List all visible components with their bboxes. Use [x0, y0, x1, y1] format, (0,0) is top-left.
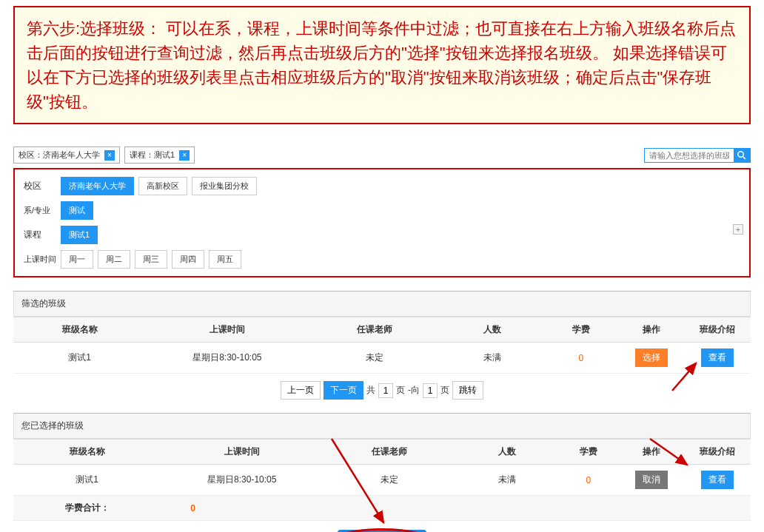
th-teacher: 任课老师	[308, 317, 440, 343]
filter-label: 校区	[24, 180, 61, 192]
table-header-row: 班级名称 上课时间 任课老师 人数 学费 操作 班级介绍	[13, 317, 751, 343]
cell-name: 测试1	[13, 343, 146, 374]
cell-fee: 0	[559, 465, 618, 496]
active-filter-tags: 校区：济南老年人大学 × 课程：测试1 ×	[13, 147, 195, 164]
table-row: 测试1 星期日8:30-10:05 未定 未满 0 选择 查看	[13, 343, 751, 374]
th-op: 操作	[618, 317, 685, 343]
filtered-table: 班级名称 上课时间 任课老师 人数 学费 操作 班级介绍 测试1 星期日8:30…	[13, 317, 751, 374]
close-icon[interactable]: ×	[104, 150, 115, 161]
close-icon[interactable]: ×	[179, 150, 190, 161]
filter-panel: 校区 济南老年人大学 高新校区 报业集团分校 系/专业 测试 课程 测试1 上课…	[13, 168, 751, 277]
total-pages-input[interactable]	[378, 383, 393, 398]
filter-tag-text: 校区：济南老年人大学	[19, 149, 100, 161]
pager-text: 页	[396, 384, 405, 397]
filter-label: 上课时间	[24, 254, 61, 265]
th-time: 上课时间	[146, 317, 308, 343]
search-icon	[737, 151, 746, 160]
th-time: 上课时间	[161, 440, 323, 465]
filter-tag-text: 课程：测试1	[130, 149, 175, 161]
filter-time-row: 上课时间 周一 周二 周三 周四 周五	[24, 250, 740, 269]
search-box	[644, 148, 751, 163]
th-count: 人数	[441, 317, 544, 343]
filter-option-time[interactable]: 周一	[61, 250, 93, 269]
filter-option-time[interactable]: 周三	[135, 250, 167, 269]
filter-label: 系/专业	[24, 205, 61, 216]
filter-course-row: 课程 测试1	[24, 226, 740, 244]
filter-option-time[interactable]: 周五	[209, 250, 241, 269]
pager-text: -向	[408, 384, 420, 397]
cell-fee: 0	[544, 343, 618, 374]
selected-table: 班级名称 上课时间 任课老师 人数 学费 操作 班级介绍 测试1 星期日8:30…	[13, 439, 751, 521]
filter-tags-row: 校区：济南老年人大学 × 课程：测试1 ×	[13, 147, 751, 164]
search-input[interactable]	[645, 149, 734, 162]
filter-campus-row: 校区 济南老年人大学 高新校区 报业集团分校	[24, 177, 740, 195]
filtered-section-title: 筛选的班级	[13, 291, 751, 317]
sum-label: 学费合计：	[13, 496, 161, 521]
selected-section: 您已选择的班级 班级名称 上课时间 任课老师 人数 学费 操作 班级介绍 测试1…	[13, 413, 751, 521]
th-intro: 班级介绍	[684, 317, 751, 343]
th-name: 班级名称	[13, 317, 146, 343]
select-button[interactable]: 选择	[635, 349, 668, 367]
th-fee: 学费	[559, 440, 618, 465]
filter-tag-course: 课程：测试1 ×	[124, 147, 195, 164]
pager-text: 共	[366, 384, 375, 397]
filter-label: 课程	[24, 229, 61, 241]
filter-option-course[interactable]: 测试1	[61, 226, 98, 244]
cell-count: 未满	[456, 465, 559, 496]
view-button[interactable]: 查看	[701, 349, 734, 367]
th-op: 操作	[618, 440, 685, 465]
pagination: 上一页 下一页 共 页 -向 页 跳转	[13, 381, 751, 400]
filter-dept-row: 系/专业 测试	[24, 201, 740, 220]
th-fee: 学费	[544, 317, 618, 343]
filter-option-campus[interactable]: 报业集团分校	[192, 177, 257, 195]
sum-value: 0	[161, 496, 323, 521]
cell-time: 星期日8:30-10:05	[161, 465, 323, 496]
filter-option-campus[interactable]: 济南老年人大学	[61, 177, 134, 195]
pager-text: 页	[440, 384, 449, 397]
instruction-box: 第六步:选择班级： 可以在系，课程，上课时间等条件中过滤；也可直接在右上方输入班…	[13, 6, 751, 124]
expand-button[interactable]: +	[733, 224, 743, 235]
th-name: 班级名称	[13, 440, 161, 465]
table-header-row: 班级名称 上课时间 任课老师 人数 学费 操作 班级介绍	[13, 440, 751, 465]
jump-button[interactable]: 跳转	[452, 381, 483, 400]
filtered-table-wrap: 班级名称 上课时间 任课老师 人数 学费 操作 班级介绍 测试1 星期日8:30…	[13, 317, 751, 374]
view-button[interactable]: 查看	[701, 471, 734, 489]
prev-page-button[interactable]: 上一页	[281, 381, 321, 400]
cell-time: 星期日8:30-10:05	[146, 343, 308, 374]
cell-teacher: 未定	[323, 465, 455, 496]
table-row: 测试1 星期日8:30-10:05 未定 未满 0 取消 查看	[13, 465, 751, 496]
search-button[interactable]	[734, 149, 750, 162]
current-page-input[interactable]	[423, 383, 438, 398]
th-count: 人数	[456, 440, 559, 465]
cell-count: 未满	[441, 343, 544, 374]
selected-section-title: 您已选择的班级	[13, 413, 751, 439]
sum-row: 学费合计： 0	[13, 496, 751, 521]
th-intro: 班级介绍	[684, 440, 751, 465]
filter-option-dept[interactable]: 测试	[61, 201, 93, 220]
next-page-button[interactable]: 下一页	[324, 381, 363, 400]
filter-option-campus[interactable]: 高新校区	[138, 177, 187, 195]
cell-teacher: 未定	[308, 343, 440, 374]
cell-name: 测试1	[13, 465, 161, 496]
th-teacher: 任课老师	[323, 440, 455, 465]
filter-option-time[interactable]: 周二	[98, 250, 130, 269]
filter-option-time[interactable]: 周四	[172, 250, 204, 269]
filter-tag-campus: 校区：济南老年人大学 ×	[13, 147, 120, 164]
cancel-button[interactable]: 取消	[635, 471, 668, 489]
